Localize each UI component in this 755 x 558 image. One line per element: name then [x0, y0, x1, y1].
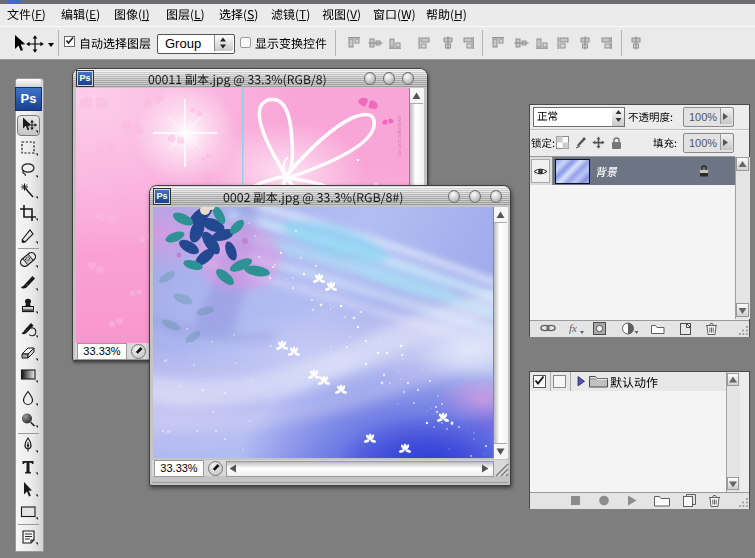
svg-text:www.nipic.com.cn: www.nipic.com.cn: [397, 116, 403, 156]
svg-text:fx: fx: [569, 322, 577, 334]
